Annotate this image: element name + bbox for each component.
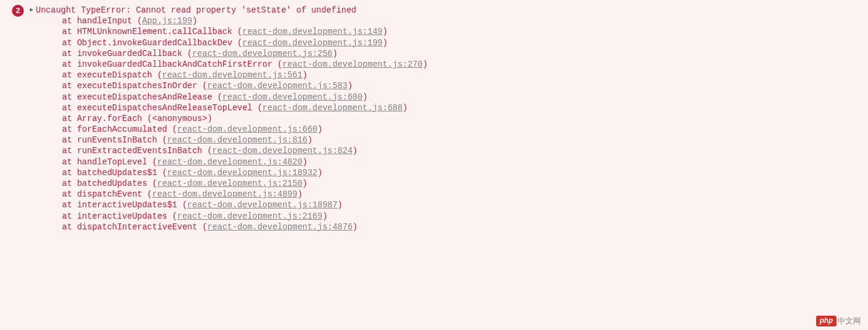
stack-file-link[interactable]: react-dom.development.js:256 bbox=[192, 49, 332, 58]
stack-frame: at invokeGuardedCallbackAndCatchFirstErr… bbox=[62, 59, 856, 70]
stack-function: interactiveUpdates$1 bbox=[77, 200, 177, 210]
stack-at: at bbox=[62, 168, 77, 178]
stack-frame: at interactiveUpdates (react-dom.develop… bbox=[62, 211, 856, 222]
paren-close: ) bbox=[323, 211, 327, 221]
stack-function: dispatchInteractiveEvent bbox=[77, 222, 197, 232]
stack-function: executeDispatchesInOrder bbox=[77, 81, 197, 91]
stack-at: at bbox=[62, 81, 77, 91]
stack-frame: at runExtractedEventsInBatch (react-dom.… bbox=[62, 145, 856, 156]
paren-open: ( bbox=[152, 179, 157, 188]
stack-frame: at executeDispatchesInOrder (react-dom.d… bbox=[62, 80, 856, 91]
stack-function: HTMLUnknownElement.callCallback bbox=[77, 27, 232, 36]
paren-open: ( bbox=[202, 81, 207, 91]
stack-frame: at batchedUpdates$1 (react-dom.developme… bbox=[62, 167, 856, 178]
stack-file-link[interactable]: react-dom.development.js:4899 bbox=[152, 189, 297, 199]
stack-at: at bbox=[62, 49, 77, 58]
paren-close: ) bbox=[318, 124, 323, 134]
stack-file-link[interactable]: react-dom.development.js:816 bbox=[167, 135, 307, 145]
stack-function: batchedUpdates$1 bbox=[77, 168, 157, 178]
disclosure-triangle-icon[interactable]: ▶ bbox=[30, 6, 33, 14]
stack-frame: at HTMLUnknownElement.callCallback (reac… bbox=[62, 26, 856, 37]
paren-close: ) bbox=[337, 200, 342, 210]
paren-open: ( bbox=[147, 114, 152, 123]
paren-close: ) bbox=[423, 60, 427, 69]
stack-file-link[interactable]: react-dom.development.js:688 bbox=[262, 103, 402, 113]
stack-frame: at invokeGuardedCallback (react-dom.deve… bbox=[62, 48, 856, 59]
stack-at: at bbox=[62, 27, 77, 36]
paren-close: ) bbox=[302, 179, 307, 188]
paren-close: ) bbox=[383, 27, 388, 36]
stack-at: at bbox=[62, 124, 77, 134]
stack-at: at bbox=[62, 60, 77, 69]
stack-file-link[interactable]: react-dom.development.js:270 bbox=[283, 60, 423, 69]
stack-frame: at handleTopLevel (react-dom.development… bbox=[62, 157, 856, 167]
stack-frame: at dispatchInteractiveEvent (react-dom.d… bbox=[62, 222, 856, 232]
error-count: 2 bbox=[16, 6, 20, 16]
paren-close: ) bbox=[297, 189, 302, 199]
stack-file-link[interactable]: react-dom.development.js:4876 bbox=[207, 222, 353, 232]
paren-open: ( bbox=[172, 211, 177, 221]
stack-frame: at runEventsInBatch (react-dom.developme… bbox=[62, 135, 856, 145]
stack-file-link[interactable]: react-dom.development.js:149 bbox=[242, 27, 382, 36]
stack-function: executeDispatch bbox=[77, 70, 152, 80]
stack-file-link[interactable]: react-dom.development.js:824 bbox=[212, 146, 352, 155]
stack-file-link[interactable]: react-dom.development.js:18987 bbox=[187, 200, 337, 210]
stack-frame: at executeDispatchesAndRelease (react-do… bbox=[62, 92, 856, 102]
stack-frame: at Object.invokeGuardedCallbackDev (reac… bbox=[62, 38, 856, 48]
paren-open: ( bbox=[207, 146, 212, 155]
paren-close: ) bbox=[402, 103, 407, 113]
stack-at: at bbox=[62, 200, 77, 210]
stack-function: forEachAccumulated bbox=[77, 124, 167, 134]
stack-function: handleTopLevel bbox=[77, 157, 147, 167]
stack-at: at bbox=[62, 16, 77, 26]
stack-function: dispatchEvent bbox=[77, 189, 142, 199]
stack-at: at bbox=[62, 222, 77, 232]
paren-close: ) bbox=[352, 146, 357, 155]
stack-file-link[interactable]: react-dom.development.js:4820 bbox=[157, 157, 303, 167]
stack-at: at bbox=[62, 135, 77, 145]
paren-open: ( bbox=[202, 222, 207, 232]
error-count-badge: 2 bbox=[12, 5, 24, 17]
stack-function: Object.invokeGuardedCallbackDev bbox=[77, 38, 232, 48]
stack-file-link[interactable]: react-dom.development.js:199 bbox=[242, 38, 382, 48]
paren-close: ) bbox=[308, 135, 312, 145]
paren-open: ( bbox=[152, 157, 157, 167]
stack-function: executeDispatchesAndRelease bbox=[77, 92, 212, 102]
stack-file-link[interactable]: App.js:199 bbox=[142, 16, 192, 26]
stack-file-link[interactable]: react-dom.development.js:583 bbox=[207, 81, 348, 91]
stack-at: at bbox=[62, 103, 77, 113]
stack-function: runEventsInBatch bbox=[77, 135, 157, 145]
stack-file-link[interactable]: react-dom.development.js:561 bbox=[162, 70, 302, 80]
stack-file-link[interactable]: react-dom.development.js:2169 bbox=[177, 211, 323, 221]
stack-at: at bbox=[62, 146, 77, 155]
stack-file-link[interactable]: react-dom.development.js:660 bbox=[177, 124, 317, 134]
paren-open: ( bbox=[258, 103, 262, 113]
stack-frame: at executeDispatch (react-dom.developmen… bbox=[62, 70, 856, 80]
stack-at: at bbox=[62, 189, 77, 199]
paren-close: ) bbox=[352, 222, 357, 232]
paren-close: ) bbox=[362, 92, 367, 102]
paren-open: ( bbox=[157, 70, 162, 80]
stack-file-link[interactable]: react-dom.development.js:680 bbox=[222, 92, 362, 102]
paren-close: ) bbox=[383, 38, 388, 48]
stack-function: runExtractedEventsInBatch bbox=[77, 146, 202, 155]
console-error: 2 ▶ Uncaught TypeError: Cannot read prop… bbox=[12, 5, 856, 232]
stack-frame: at dispatchEvent (react-dom.development.… bbox=[62, 189, 856, 200]
stack-trace: at handleInput (App.js:199)at HTMLUnknow… bbox=[12, 15, 856, 232]
stack-file-link[interactable]: react-dom.development.js:2150 bbox=[157, 179, 303, 188]
stack-function: invokeGuardedCallbackAndCatchFirstError bbox=[77, 60, 272, 69]
paren-open: ( bbox=[172, 124, 177, 134]
error-title: Uncaught TypeError: Cannot read property… bbox=[36, 5, 356, 15]
stack-frame: at executeDispatchesAndReleaseTopLevel (… bbox=[62, 102, 856, 113]
paren-close: ) bbox=[348, 81, 352, 91]
stack-at: at bbox=[62, 70, 77, 80]
stack-frame: at forEachAccumulated (react-dom.develop… bbox=[62, 124, 856, 135]
stack-at: at bbox=[62, 157, 77, 167]
paren-open: ( bbox=[147, 189, 152, 199]
paren-close: ) bbox=[192, 16, 197, 26]
stack-frame: at handleInput (App.js:199) bbox=[62, 15, 856, 26]
paren-open: ( bbox=[217, 92, 222, 102]
error-header[interactable]: ▶ Uncaught TypeError: Cannot read proper… bbox=[12, 5, 856, 15]
paren-close: ) bbox=[302, 70, 307, 80]
stack-file-link[interactable]: react-dom.development.js:18932 bbox=[167, 168, 317, 178]
